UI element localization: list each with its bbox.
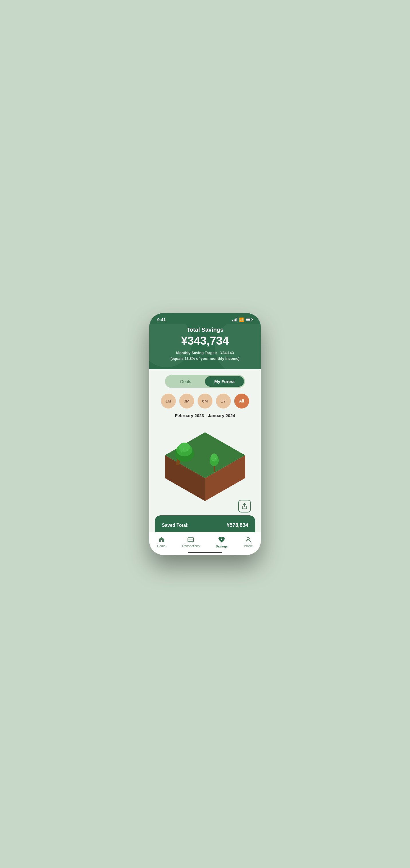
- period-filters: 1M 3M 6M 1Y All: [149, 388, 261, 411]
- tab-switcher: Goals My Forest: [165, 375, 245, 388]
- bottom-nav: Home Transactions Savings Profile: [149, 532, 261, 555]
- subtitle-label: Monthly Saving Target:: [176, 351, 217, 355]
- nav-savings-label: Savings: [216, 545, 228, 548]
- svg-point-14: [215, 458, 216, 459]
- svg-point-7: [181, 451, 182, 453]
- tab-my-forest[interactable]: My Forest: [205, 376, 244, 387]
- period-6m[interactable]: 6M: [197, 394, 213, 408]
- nav-profile[interactable]: Profile: [244, 536, 253, 548]
- isometric-svg: [162, 427, 248, 507]
- time-display: 9:41: [157, 317, 166, 322]
- wifi-icon: 📶: [239, 317, 244, 322]
- svg-point-9: [183, 448, 184, 450]
- period-1y[interactable]: 1Y: [216, 394, 231, 408]
- svg-point-8: [186, 449, 188, 451]
- forest-visualization: [156, 421, 254, 513]
- svg-point-19: [247, 537, 249, 540]
- period-1m[interactable]: 1M: [161, 394, 176, 408]
- svg-point-18: [221, 538, 222, 539]
- home-indicator: [188, 552, 222, 553]
- nav-transactions[interactable]: Transactions: [182, 536, 200, 548]
- subtitle-note: (equals 13.8% of your monthly income): [170, 356, 239, 361]
- saved-total-row: Saved Total: ¥578,834: [162, 521, 248, 529]
- signal-icon: [232, 318, 238, 321]
- status-bar: 9:41 📶: [149, 313, 261, 324]
- tab-goals[interactable]: Goals: [166, 376, 205, 387]
- header-subtitle: Monthly Saving Target: ¥34,143 (equals 1…: [155, 350, 255, 361]
- saved-total-value: ¥578,834: [227, 522, 248, 528]
- battery-icon: [246, 318, 253, 321]
- period-all[interactable]: All: [234, 394, 249, 408]
- svg-point-6: [179, 443, 190, 452]
- svg-point-13: [213, 460, 214, 461]
- header-title: Total Savings: [155, 327, 255, 333]
- period-3m[interactable]: 3M: [179, 394, 194, 408]
- nav-profile-label: Profile: [244, 544, 253, 548]
- share-button[interactable]: [238, 500, 251, 513]
- svg-point-12: [211, 454, 218, 462]
- header-amount: ¥343,734: [155, 334, 255, 347]
- nav-savings[interactable]: Savings: [216, 536, 228, 548]
- svg-rect-16: [188, 538, 194, 542]
- date-range: February 2023 - January 2024: [149, 413, 261, 418]
- nav-home-label: Home: [157, 544, 165, 548]
- nav-home[interactable]: Home: [157, 536, 165, 548]
- saved-total-label: Saved Total:: [162, 523, 189, 528]
- main-content: Goals My Forest 1M 3M 6M 1Y All February…: [149, 369, 261, 555]
- phone-frame: 9:41 📶 Total Savings ¥343,734 Monthly Sa…: [149, 313, 261, 555]
- header-section: Total Savings ¥343,734 Monthly Saving Ta…: [149, 324, 261, 369]
- status-icons: 📶: [232, 317, 253, 322]
- subtitle-value: ¥34,143: [220, 351, 234, 355]
- nav-transactions-label: Transactions: [182, 544, 200, 548]
